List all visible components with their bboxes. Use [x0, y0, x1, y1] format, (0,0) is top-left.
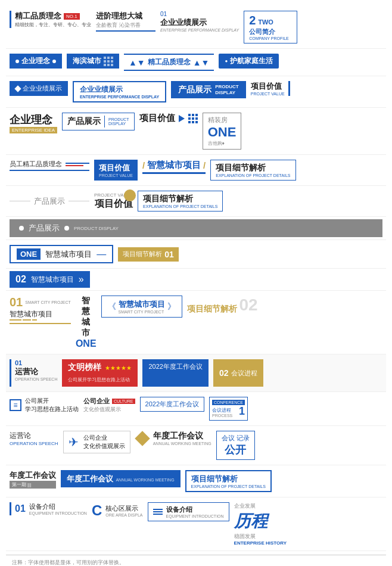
product-display2-divider — [104, 116, 105, 127]
zhihui-vert-item: 智 慧 城 市 ONE — [76, 296, 97, 349]
qiye-li2-main: 企业理念 — [10, 113, 57, 127]
2022-item: 2022年度工作会议 — [142, 359, 208, 387]
pd3-detail-cn: 项目细节解析 — [191, 474, 266, 484]
pd2-num: 01 — [164, 250, 174, 259]
project-val3-cn: 项目价值 — [99, 163, 133, 173]
eq-en: EQUIPMENT INTRODUCTION — [29, 511, 87, 515]
smart-city-label: 智慧城市项目 — [147, 160, 201, 171]
smart-slash: / — [142, 160, 145, 170]
mp-cn: 会议进程 — [231, 369, 257, 378]
hist-en: ENTERPRISE HISTORY — [234, 540, 287, 546]
operation2-item: 运营论 OPERATION SPEECH — [10, 431, 58, 446]
company-culture2-item: ✈ 公司企业 文化价值观展示 — [63, 431, 130, 453]
two-cn: 公司简介 — [249, 27, 275, 36]
company-study-text: 公司展开 学习思想在路上活动 — [25, 397, 79, 413]
enterprise-perf-item: 01 企业业绩展示 ENTERPRISE PERFORMANCE DISPLAY — [160, 11, 239, 32]
eq2-en: EQUIPMENT INTRODUCTION — [166, 514, 224, 518]
smart-outline-cn: 智慧城市项目 — [119, 299, 165, 310]
grid-row6: 产品展示 PROJECT VALUE 项目价值 项目细节解析 EXPLANATI… — [10, 188, 382, 214]
section-row15: 01 设备介绍 EQUIPMENT INTRODUCTION C 核心区展示 O… — [6, 497, 386, 551]
01-smart-item: 01 SMART CITY PROJECT 智慧城市项目 — [10, 296, 71, 324]
hujia-label: 护航家庭生活 — [230, 56, 273, 66]
op-num: 01 — [15, 359, 57, 366]
mp-num: 02 — [219, 368, 229, 378]
project-value-en: PROJECT VALUE — [251, 92, 285, 96]
jingong2-arrows: ▲▼ — [129, 58, 145, 67]
grid-row3: 企业业绩展示 企业业绩展示 ENTERPRISE PERFORMANCE DIS… — [10, 79, 382, 105]
enterprise-perf-num: 01 — [160, 11, 167, 17]
project-detail-item: 项目细节解析 EXPLANATION OF PROJECT DETAILS — [210, 160, 295, 181]
op-en: OPERATION SPEECH — [15, 377, 57, 381]
smart-outline-en: SMART CITY PROJECT — [119, 310, 165, 314]
enterprise-bg-label: 企业业绩展示 — [23, 84, 62, 93]
cc2-text: 公司企业 文化价值观展示 — [83, 434, 125, 450]
annual-work-item: 年度工作会议 第一期 ||| — [10, 470, 56, 489]
jingjie-item: 进阶理想大城 全龄教育 沁染书香 — [96, 11, 155, 32]
01-num: 01 — [10, 296, 23, 309]
cc2-cn2: 文化价值观展示 — [83, 442, 125, 450]
enterprise-outline-item: 企业业绩展示 ENTERPRISE PERFORMANCE DISPLAY — [73, 81, 166, 102]
jingong2-item: ▲▼ 精工品质理念 ▲▼ — [124, 54, 214, 71]
project-detail-cn: 项目细节解析 — [216, 163, 290, 173]
enterprise-outline-cn: 企业业绩展示 — [80, 85, 123, 94]
cc2-plane: ✈ — [69, 435, 79, 449]
hujia-item: 护航家庭生活 — [219, 54, 279, 69]
aw2-en: ANNUAL WORKING MEETING — [116, 478, 174, 482]
section-row1: 精工品质理念 NO.1 精细技能，专注、专研、专心、专业 进阶理想大城 全龄教育… — [6, 6, 386, 49]
eq-cn: 设备介绍 — [29, 502, 87, 511]
grid-row4: 企业理念 ENTERPRISE IDEA 产品展示 PRODUCT DISPLA… — [10, 110, 382, 152]
section-row9: 02 智慧城市项目 » — [6, 269, 386, 291]
section-row4: 企业理念 ENTERPRISE IDEA 产品展示 PRODUCT DISPLA… — [6, 108, 386, 155]
grid-row11: 01 运营论 OPERATION SPEECH 文明榜样 ★★★★★ 公司展开学… — [10, 357, 382, 389]
02-smart-num: 02 — [15, 274, 26, 285]
project-detail3-item: 项目细节解析 EXPLANATION OF PROJECT DETAILS — [185, 470, 272, 492]
grid-row14: 年度工作会议 第一期 ||| 年度工作会议 ANNUAL WORKING MEE… — [10, 468, 382, 495]
eq2-cn: 设备介绍 — [166, 505, 224, 514]
haibin-dots — [104, 57, 113, 66]
2022-cn: 2022年度工作会议 — [148, 363, 202, 370]
wenming-sub: 公司展开学习思想在路上活动 — [68, 377, 130, 382]
jingong2-text: 精工品质理念 — [148, 57, 191, 67]
project-val4-circle — [124, 189, 136, 201]
grid-row5: 员工精工品质理念 项目价值 PROJECT VALUE / 智慧城市项目 / 项… — [10, 157, 382, 183]
qiye-li2-badge: ENTERPRISE IDEA — [10, 127, 57, 133]
smart-slash2: / — [203, 160, 206, 170]
section-row14: 年度工作会议 第一期 ||| 年度工作会议 ANNUAL WORKING MEE… — [6, 465, 386, 497]
hist-cn2: 稳固发展 — [234, 533, 256, 540]
cc-cn1: 公司企业 — [83, 397, 110, 406]
eq2-icon — [153, 509, 163, 515]
am-diamond — [135, 431, 150, 446]
section-row2: 企业理念 海滨城市 ▲▼ 精工品质理念 ▲▼ 护航家庭生活 — [6, 49, 386, 76]
product-display3-item: 产品展示 — [10, 196, 89, 207]
one-box: ONE — [17, 248, 41, 260]
jingong-title: 精工品质理念 — [15, 11, 61, 21]
am-en: ANNUAL WORKING MEETING — [153, 441, 211, 446]
zhihui-shi: 市 — [82, 328, 90, 338]
one-smart-dash: — — [97, 249, 106, 260]
cs-line2: 学习思想在路上活动 — [25, 405, 79, 413]
core-c: C — [92, 502, 102, 519]
qiye-li-item: 企业理念 — [10, 54, 62, 69]
project-value2-dots — [188, 114, 198, 123]
jingzhuang-one: ONE — [208, 125, 237, 140]
company-culture-item: 公司企业 CULTURE 文化价值观展示 — [83, 397, 135, 413]
equipment2-item: 设备介绍 EQUIPMENT INTRODUCTION — [148, 502, 229, 521]
smart-chevron-right: 》 — [167, 301, 176, 312]
01-en-small: SMART CITY PROJECT — [25, 300, 71, 304]
zhihui-cheng: 城 — [82, 317, 90, 328]
annual-work2-item: 年度工作会议 ANNUAL WORKING MEETING — [61, 470, 181, 487]
core-cn: 核心区展示 — [105, 504, 142, 513]
zhihui-one: ONE — [76, 338, 97, 349]
project-value-item: 项目价值 PROJECT VALUE — [251, 81, 290, 96]
jingjie-main: 进阶理想大城 — [96, 11, 155, 21]
jingong-badge: NO.1 — [64, 13, 80, 20]
project-val3-en: PROJECT VALUE — [99, 173, 133, 178]
two-num: 2 — [249, 14, 256, 27]
mr-cn1: 会议 记录 — [222, 434, 250, 443]
project-detail-wide-item: 项目细节解析 EXPLANATION OF PROJECT DETAILS — [138, 191, 223, 212]
project-detail2-item: 项目细节解析 01 — [118, 247, 179, 262]
aw2-cn: 年度工作会议 — [67, 474, 113, 483]
product-display2-item: 产品展示 PRODUCT DISPLAY — [62, 113, 135, 130]
wenming-cn: 文明榜样 — [68, 362, 101, 373]
enterprise-bg-diamond — [14, 85, 21, 92]
